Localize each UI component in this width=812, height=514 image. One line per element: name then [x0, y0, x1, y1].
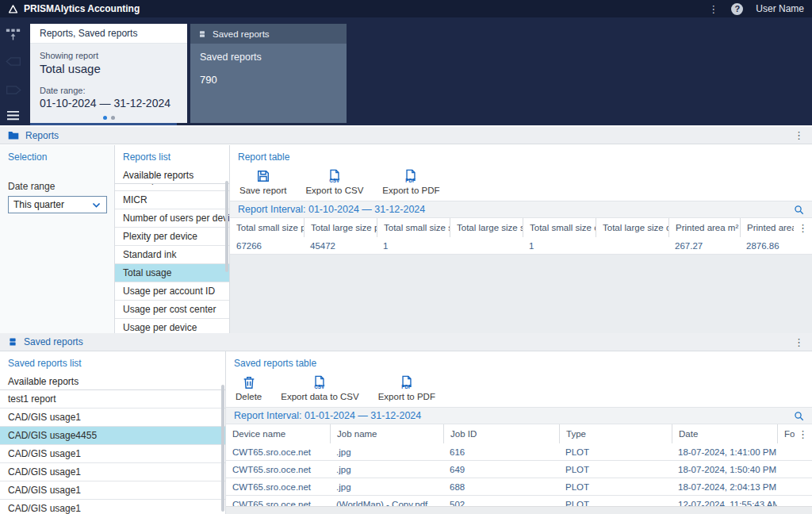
list-item[interactable]: CAD/GIS usage1: [0, 500, 225, 514]
app-title: PRISMAlytics Accounting: [24, 3, 140, 14]
search-icon[interactable]: [794, 205, 804, 215]
pagination-dot-active[interactable]: [103, 116, 107, 120]
export-data-csv-button[interactable]: CSV Export data to CSV: [281, 375, 358, 401]
section-title: Reports: [25, 130, 59, 141]
list-item[interactable]: test1 report: [0, 390, 225, 409]
list-item[interactable]: Plexity per device: [115, 228, 229, 246]
reports-section-body: Selection Date range This quarter Report…: [0, 145, 812, 333]
report-table-title: Report table: [230, 145, 812, 167]
selection-panel: Selection Date range This quarter: [0, 145, 115, 333]
reports-list-panel: Reports list Available reports Media pri…: [115, 145, 230, 333]
svg-text:CSV: CSV: [329, 178, 340, 183]
column-header[interactable]: Printed area...: [740, 218, 794, 237]
list-item[interactable]: Standard ink: [115, 246, 229, 264]
column-header[interactable]: Total small size c...: [523, 218, 596, 237]
export-csv-button[interactable]: CSV Export to CSV: [305, 169, 363, 195]
saved-table-horizontal-scrollbar[interactable]: [226, 506, 812, 514]
card-pagination: [30, 116, 187, 120]
list-item[interactable]: MICR: [115, 191, 229, 209]
folder-icon: [8, 130, 19, 140]
table-row[interactable]: CWT65.sro.oce.net .jpg 616 PLOT 18-07-20…: [226, 443, 812, 461]
list-item[interactable]: Usage per cost center: [115, 301, 229, 319]
list-item[interactable]: CAD/GIS usage1: [0, 463, 225, 481]
reports-section-header: Reports ⋮: [0, 125, 812, 144]
user-menu[interactable]: User Name: [756, 3, 804, 14]
list-item-selected[interactable]: Total usage: [115, 264, 229, 282]
app-window: PRISMAlytics Accounting ⋮ ? User Name Re…: [0, 0, 812, 514]
saved-reports-count: 790: [200, 74, 337, 86]
table-row[interactable]: CWT65.sro.oce.net .jpg 649 PLOT 18-07-20…: [226, 461, 812, 478]
trash-icon: [242, 375, 256, 389]
pagination-dot[interactable]: [111, 116, 115, 120]
saved-list-title: Saved reports list: [0, 351, 225, 374]
saved-interval-text: Report Interval: 01-01-2024 — 31-12-2024: [234, 410, 421, 421]
top-bar: PRISMAlytics Accounting ⋮ ? User Name: [0, 0, 812, 17]
column-header[interactable]: Type: [559, 424, 672, 443]
date-range-select[interactable]: This quarter: [8, 196, 107, 213]
dashboard-band: Reports, Saved reports Showing report To…: [0, 17, 812, 125]
date-range-selected-value: This quarter: [13, 199, 64, 210]
card-header: Reports, Saved reports: [30, 24, 187, 44]
column-header[interactable]: Total large size s...: [450, 218, 523, 237]
reports-list-scrollbar[interactable]: [225, 181, 228, 272]
pdf-file-icon: PDF: [404, 169, 418, 183]
column-header-clipped[interactable]: Fo: [777, 424, 795, 443]
card-header: Saved reports: [213, 29, 270, 39]
reports-summary-card[interactable]: Reports, Saved reports Showing report To…: [30, 24, 187, 123]
tag-left-icon[interactable]: [6, 56, 21, 70]
help-icon[interactable]: ?: [731, 3, 743, 15]
search-icon[interactable]: [794, 411, 804, 421]
distribution-tree-icon[interactable]: [6, 27, 21, 45]
csv-file-icon: CSV: [312, 375, 327, 389]
export-pdf-button[interactable]: PDF Export to PDF: [382, 169, 439, 195]
overflow-menu-icon[interactable]: ⋮: [708, 4, 718, 14]
saved-section-body: Saved reports list Available reports tes…: [0, 351, 812, 514]
list-item[interactable]: CAD/GIS usage1: [0, 445, 225, 463]
csv-file-icon: CSV: [327, 169, 342, 183]
section-title: Saved reports: [24, 336, 83, 347]
app-logo-icon: [8, 4, 18, 14]
report-table-toolbar: Save report CSV Export to CSV PDF Export…: [230, 167, 812, 201]
report-table-header: Total small size p... Total large size p…: [230, 218, 812, 237]
column-header[interactable]: Date: [672, 424, 777, 443]
table-menu-icon[interactable]: ⋮: [798, 223, 808, 233]
list-item[interactable]: CAD/GIS usage1: [0, 481, 225, 500]
delete-button[interactable]: Delete: [236, 375, 262, 401]
column-header[interactable]: Job ID: [443, 424, 559, 443]
saved-table-header: Device name Job name Job ID Type Date Fo…: [226, 424, 812, 443]
section-menu-icon[interactable]: ⋮: [794, 337, 804, 347]
date-range-field-label: Date range: [8, 181, 114, 192]
saved-table-title: Saved reports table: [226, 351, 812, 374]
saved-interval-row: Report Interval: 01-01-2024 — 31-12-2024: [226, 407, 812, 424]
list-item[interactable]: CAD/GIS usage1: [0, 409, 225, 427]
svg-text:CSV: CSV: [315, 384, 326, 389]
hamburger-menu-icon[interactable]: [6, 109, 21, 125]
tag-right-icon[interactable]: [6, 84, 21, 98]
chevron-down-icon: [91, 200, 102, 210]
stacked-reports-icon: [8, 337, 17, 347]
export-pdf-button[interactable]: PDF Export to PDF: [378, 375, 435, 401]
column-header[interactable]: Printed area m²: [668, 218, 740, 237]
list-item-clipped[interactable]: Media print mode: [115, 184, 229, 191]
save-report-button[interactable]: Save report: [239, 169, 286, 195]
column-header[interactable]: Job name: [330, 424, 443, 443]
saved-reports-summary-card[interactable]: Saved reports Saved reports 790: [190, 24, 347, 123]
column-header[interactable]: Total large size p...: [304, 218, 377, 237]
table-row[interactable]: CWT65.sro.oce.net .jpg 688 PLOT 18-07-20…: [226, 478, 812, 496]
saved-table-toolbar: Delete CSV Export data to CSV PDF Export…: [226, 374, 812, 407]
column-header[interactable]: Device name: [226, 424, 330, 443]
list-item[interactable]: Usage per account ID: [115, 282, 229, 301]
column-header[interactable]: Total large size c...: [596, 218, 668, 237]
selection-title: Selection: [0, 145, 114, 167]
column-header[interactable]: Total small size p...: [230, 218, 304, 237]
list-item-selected[interactable]: CAD/GIS usage4455: [0, 427, 225, 445]
saved-reports-label: Saved reports: [200, 52, 337, 63]
list-item[interactable]: Number of users per device: [115, 209, 229, 228]
table-row[interactable]: 67266 45472 1 1 267.27 2876.86: [230, 237, 812, 255]
section-menu-icon[interactable]: ⋮: [794, 130, 804, 140]
report-table-panel: Report table Save report CSV Export to C…: [230, 145, 812, 333]
saved-list-scrollbar[interactable]: [221, 385, 224, 512]
date-range-value: 01-10-2024 — 31-12-2024: [40, 97, 178, 109]
column-header[interactable]: Total small size s...: [377, 218, 450, 237]
table-menu-icon[interactable]: ⋮: [798, 429, 808, 439]
